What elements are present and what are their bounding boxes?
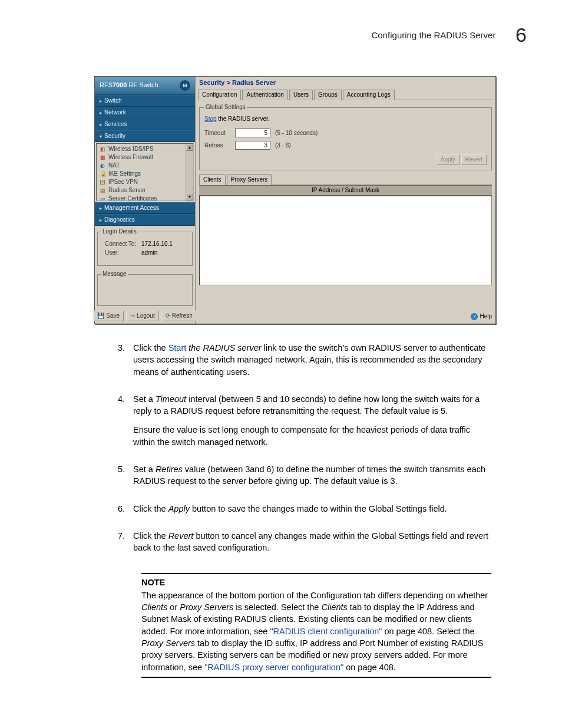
nav-switch[interactable]: Switch	[95, 95, 195, 107]
tree-nat[interactable]: ◐NAT	[99, 162, 191, 170]
step-number: 7.	[118, 530, 133, 561]
message-panel: Message	[97, 271, 193, 306]
tree-wireless-ids[interactable]: ◧Wireless IDS/IPS	[99, 145, 191, 153]
step-body: Click the Apply button to save the chang…	[133, 503, 491, 522]
login-legend: Login Details	[101, 228, 138, 235]
table-header: IP Address / Subnet Mask	[199, 185, 492, 196]
nav-network[interactable]: Network	[95, 107, 195, 118]
help-button[interactable]: ? Help	[471, 313, 492, 320]
tree-ipsec[interactable]: ⚿IPSec VPN	[99, 178, 191, 186]
step-number: 5.	[118, 463, 133, 495]
embedded-screenshot: RFS7000 RF Switch M Switch Network Servi…	[94, 76, 496, 324]
nav-management[interactable]: Management Access	[95, 202, 195, 214]
global-settings: Global Settings Stop the RADIUS server. …	[199, 104, 492, 170]
retries-hint: (3 - 6)	[275, 142, 291, 149]
nat-icon: ◐	[100, 163, 106, 169]
instruction-step: 6.Click the Apply button to save the cha…	[118, 503, 491, 522]
help-icon: ?	[471, 313, 478, 320]
security-tree: ◧Wireless IDS/IPS ▦Wireless Firewall ◐NA…	[96, 143, 194, 201]
connect-to-label: Connect To:	[105, 241, 138, 248]
sidebar: RFS7000 RF Switch M Switch Network Servi…	[95, 77, 196, 324]
brand-icon: M	[180, 80, 190, 91]
tab-groups[interactable]: Groups	[314, 90, 342, 100]
logout-icon: ↪	[130, 312, 135, 319]
instructions-list: 3.Click the Start the RADIUS server link…	[118, 342, 491, 561]
stop-radius-text: the RADIUS server.	[217, 116, 270, 122]
timeout-hint: (5 - 10 seconds)	[275, 130, 318, 137]
nav-diagnostics[interactable]: Diagnostics	[95, 214, 195, 226]
tab-configuration[interactable]: Configuration	[198, 90, 241, 100]
tab-accounting-logs[interactable]: Accounting Logs	[343, 90, 395, 100]
timeout-label: Timeout	[204, 130, 230, 137]
subtab-proxy-servers[interactable]: Proxy Servers	[227, 174, 272, 185]
shield-icon: ◧	[100, 146, 106, 152]
key-icon: ⚿	[100, 179, 106, 185]
server-icon: ▤	[100, 187, 106, 193]
instruction-step: 3.Click the Start the RADIUS server link…	[118, 342, 491, 385]
tree-ike[interactable]: 🔒IKE Settings	[99, 170, 191, 178]
page-header: Configuring the RADIUS Server 6	[35, 24, 527, 47]
message-legend: Message	[101, 271, 128, 278]
step-number: 6.	[118, 503, 133, 522]
breadcrumb: Security > Radius Server	[196, 77, 495, 89]
subtab-clients[interactable]: Clients	[199, 174, 226, 185]
lock-icon: 🔒	[100, 171, 106, 177]
tree-scrollbar[interactable]: ▲ ▼	[186, 144, 193, 200]
step-body: Click the Start the RADIUS server link t…	[133, 342, 491, 385]
global-settings-legend: Global Settings	[204, 104, 247, 111]
main-tabs: Configuration Authentication Users Group…	[198, 89, 493, 100]
header-title: Configuring the RADIUS Server	[372, 30, 496, 40]
stop-radius-link[interactable]: Stop	[204, 116, 217, 122]
save-button[interactable]: 💾Save	[93, 311, 124, 321]
nav-security[interactable]: Security	[95, 130, 195, 142]
step-number: 4.	[118, 393, 133, 455]
scroll-down-icon[interactable]: ▼	[186, 193, 193, 200]
note-block: NOTE The appearance of the bottom portio…	[141, 573, 491, 678]
sidebar-footer: 💾Save ↪Logout ⟳Refresh	[95, 308, 195, 324]
connect-to-value: 172.16.10.1	[141, 241, 173, 248]
step-body: Click the Revert button to cancel any ch…	[133, 530, 491, 561]
instruction-step: 7.Click the Revert button to cancel any …	[118, 530, 491, 561]
main-panel: Security > Radius Server Configuration A…	[196, 77, 495, 324]
user-value: admin	[141, 249, 157, 256]
tab-authentication[interactable]: Authentication	[242, 90, 287, 100]
apply-button[interactable]: Apply	[437, 154, 459, 165]
scroll-up-icon[interactable]: ▲	[186, 144, 193, 151]
revert-button[interactable]: Revert	[461, 154, 487, 165]
note-text: The appearance of the bottom portion of …	[141, 589, 491, 673]
note-label: NOTE	[141, 577, 491, 588]
logout-button[interactable]: ↪Logout	[126, 311, 159, 321]
clients-table-body[interactable]	[199, 196, 492, 285]
nav-services[interactable]: Services	[95, 118, 195, 130]
step-number: 3.	[118, 342, 133, 385]
refresh-button[interactable]: ⟳Refresh	[161, 311, 197, 321]
user-label: User:	[105, 249, 138, 256]
login-details: Login Details Connect To: 172.16.10.1 Us…	[97, 228, 193, 266]
tree-server-certificates[interactable]: ▭Server Certificates	[99, 195, 191, 201]
step-body: Set a Retires value (between 3and 6) to …	[133, 463, 491, 495]
timeout-input[interactable]	[235, 129, 270, 137]
sidebar-title-bar: RFS7000 RF Switch M	[95, 77, 195, 95]
tab-users[interactable]: Users	[289, 90, 313, 100]
firewall-icon: ▦	[100, 154, 106, 160]
step-body: Set a Timeout interval (between 5 and 10…	[133, 393, 491, 455]
tree-radius-server[interactable]: ▤Radius Server	[99, 186, 191, 195]
instruction-step: 4.Set a Timeout interval (between 5 and …	[118, 393, 491, 455]
chapter-number: 6	[515, 24, 527, 47]
product-name: RFS7000 RF Switch	[100, 81, 158, 89]
save-icon: 💾	[97, 312, 104, 319]
sub-tabs: Clients Proxy Servers	[199, 174, 492, 185]
refresh-icon: ⟳	[166, 312, 170, 319]
certificate-icon: ▭	[100, 196, 106, 201]
tree-wireless-firewall[interactable]: ▦Wireless Firewall	[99, 153, 191, 162]
instruction-step: 5.Set a Retires value (between 3and 6) t…	[118, 463, 491, 495]
retries-label: Retries	[204, 142, 230, 149]
retries-input[interactable]	[235, 141, 270, 150]
